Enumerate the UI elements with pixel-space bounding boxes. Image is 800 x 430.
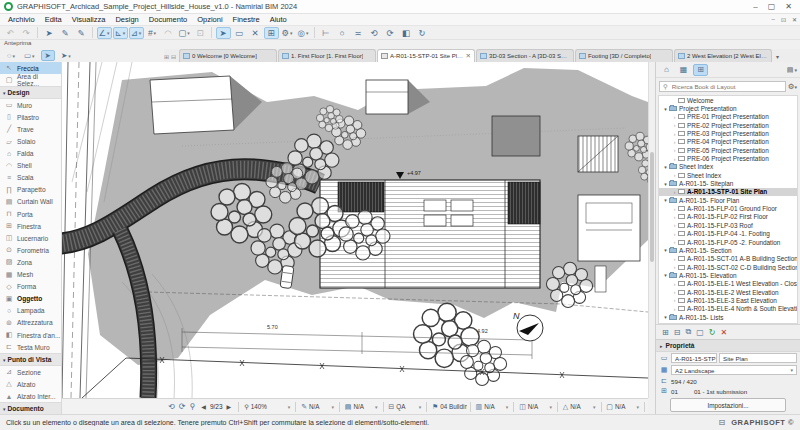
navigator-menu-icon[interactable]: ▤▾: [787, 66, 797, 74]
expander-icon[interactable]: ›: [671, 206, 678, 212]
status-field-after-2[interactable]: ◫N/A▾: [517, 403, 554, 411]
tool-forma[interactable]: ◇Forma: [0, 281, 61, 293]
menu-item-aiuto[interactable]: Aiuto: [265, 15, 292, 24]
expander-icon[interactable]: ›: [671, 239, 678, 245]
doc-restore-icon[interactable]: ⊡: [781, 16, 786, 23]
nav-tree-item[interactable]: ›A-R01-15-ELE-1 West Elevation - Close: [659, 280, 797, 288]
grid-snap-icon[interactable]: #▾: [145, 27, 160, 39]
nav-tree-item[interactable]: ▾A-R01-15- Section: [659, 246, 797, 254]
rect-select-icon[interactable]: ▭▾: [21, 50, 38, 61]
nav-tree-item[interactable]: ›A-R01-15-FLP-05 -2. Foundation: [659, 238, 797, 246]
properties-header[interactable]: ▸ Proprietà: [656, 339, 800, 352]
search-box[interactable]: ⚲: [659, 81, 786, 92]
history-back-icon[interactable]: ⟲: [166, 402, 177, 411]
status-field-after-3[interactable]: △N/A▾: [561, 403, 598, 411]
tab-overflow-icons[interactable]: ⊞⊟: [164, 53, 179, 62]
move-icon[interactable]: ➤: [216, 27, 231, 39]
lasso-select-icon[interactable]: ◌▾: [4, 50, 18, 61]
expander-icon[interactable]: ›: [671, 131, 678, 137]
tool-scala[interactable]: ≡Scala: [0, 172, 61, 184]
tool-pilastro[interactable]: ▯Pilastro: [0, 111, 61, 123]
settings-button[interactable]: Impostazioni...: [670, 398, 786, 412]
tool-muro[interactable]: ▭Muro: [0, 99, 61, 111]
nav-tree-item[interactable]: ›PRE-03 Project Presentation: [659, 129, 797, 137]
menu-item-finestre[interactable]: Finestre: [228, 15, 265, 24]
menu-item-opzioni[interactable]: Opzioni: [192, 15, 227, 24]
drawing-canvas[interactable]: +4.97: [62, 62, 648, 398]
nav-tree-item[interactable]: ▾A-R01-15- Lists: [659, 313, 797, 321]
status-field-3[interactable]: ⊟QA▾: [386, 403, 423, 411]
snap-points-icon[interactable]: ⊿▾: [129, 27, 144, 39]
expander-icon[interactable]: ›: [671, 114, 678, 120]
nav-tree-item[interactable]: ›PRE-06 Project Presentation: [659, 154, 797, 162]
update-icon[interactable]: ↻: [709, 328, 716, 337]
tool-alzato-inter-[interactable]: ▲Alzato Inter...: [0, 390, 61, 402]
paper-size-select[interactable]: A2 Landscape▾: [671, 365, 797, 375]
spline-icon[interactable]: ◠: [161, 27, 176, 39]
magnet-icon[interactable]: ⊢: [319, 27, 334, 39]
prev-layout-icon[interactable]: ◀: [201, 403, 206, 410]
tool-porta[interactable]: ⊓Porta: [0, 208, 61, 220]
tab-4[interactable]: 3D-03 Section - A [3D-03 Section...: [476, 49, 574, 62]
tool-alzato[interactable]: △Alzato: [0, 378, 61, 390]
expander-icon[interactable]: ›: [671, 264, 678, 270]
menu-item-design[interactable]: Design: [110, 15, 143, 24]
next-layout-icon[interactable]: ▶: [227, 403, 232, 410]
status-field-after-1[interactable]: ▥N/A▾: [474, 403, 511, 411]
arrow-mode-icon[interactable]: ➤▾: [58, 50, 74, 61]
expander-icon[interactable]: ›: [671, 256, 678, 262]
tool-finestra[interactable]: ⊞Finestra: [0, 220, 61, 232]
nav-tree-item[interactable]: ▾A-R01-15- Siteplan: [659, 179, 797, 187]
gear-icon[interactable]: ⚙▾: [788, 82, 797, 91]
doc-close-icon[interactable]: ✕: [792, 16, 797, 23]
settings-square-icon[interactable]: ▢: [696, 328, 704, 337]
layout-id-field[interactable]: A-R01-15-STP: [671, 353, 717, 363]
marquee-mode-icon[interactable]: ▢▾: [177, 27, 192, 39]
expander-open-icon[interactable]: ▾: [662, 164, 669, 170]
expander-icon[interactable]: ›: [671, 297, 678, 303]
tab-6[interactable]: 2 West Elevation [2 West Elevat...: [674, 49, 772, 62]
expander-icon[interactable]: ›: [671, 289, 678, 295]
tool-oggetto[interactable]: ▣Oggetto: [0, 293, 61, 305]
expander-open-icon[interactable]: ▾: [662, 181, 669, 187]
tab-overflow-icon[interactable]: ⊞: [164, 53, 169, 60]
inject-parameters-icon[interactable]: ✎: [74, 27, 89, 39]
expander-open-icon[interactable]: ▾: [662, 314, 669, 320]
expander-open-icon[interactable]: ▾: [662, 106, 669, 112]
orbit-icon[interactable]: ○: [335, 27, 350, 39]
tab-3[interactable]: A-R01-15-STP-01 Site Plan✕: [377, 49, 475, 62]
zoom-tool-icon[interactable]: ⚲: [187, 402, 197, 411]
expander-icon[interactable]: ›: [671, 139, 678, 145]
tool-forometria[interactable]: ⊙Forometria: [0, 244, 61, 256]
tool-curtain-wall[interactable]: ▤Curtain Wall: [0, 196, 61, 208]
nav-tree-item[interactable]: ›A-R01-15-SCT-02 C-D Building Section: [659, 263, 797, 271]
expander-icon[interactable]: ›: [671, 222, 678, 228]
nav-tree-item[interactable]: ›A-R01-15-SCT-01 A-B Building Section: [659, 255, 797, 263]
nav-tree-item[interactable]: ▾Project Presentation: [659, 104, 797, 112]
tab-2[interactable]: 1. First Floor [1. First Floor]: [278, 49, 376, 62]
redo-icon[interactable]: ↷: [19, 27, 34, 39]
building-field[interactable]: ⚑04 Building...▾: [430, 403, 467, 411]
tab-1[interactable]: 0 Welcome [0 Welcome]: [179, 49, 277, 62]
select-arrow-icon[interactable]: ➤: [42, 27, 57, 39]
publish-icon[interactable]: ↻: [415, 27, 430, 39]
undo-icon[interactable]: ↶: [3, 27, 18, 39]
nav-tree-item[interactable]: ›PRE-05 Project Presentation: [659, 146, 797, 154]
expander-icon[interactable]: ›: [671, 147, 678, 153]
tool-shell[interactable]: ◠Shell: [0, 160, 61, 172]
status-field-2[interactable]: ▤N/A▾: [343, 403, 380, 411]
nav-tree-item[interactable]: ▾Sheet Index: [659, 163, 797, 171]
fit-in-window-icon[interactable]: ⊞: [264, 27, 279, 39]
new-layout-icon[interactable]: ⊞: [662, 328, 669, 337]
snap-guides-icon[interactable]: ⊾▾: [113, 27, 128, 39]
nav-tree-item[interactable]: ›A-R01-15-FLP-01 Ground Floor: [659, 204, 797, 212]
nav-tree-item[interactable]: ›A-R01-15-ELE-2 West Elevation: [659, 288, 797, 296]
expander-open-icon[interactable]: ▾: [662, 197, 669, 203]
toolbox-group-punto-di-vista[interactable]: ▾Punto di Vista: [0, 353, 61, 366]
tool-falda[interactable]: ⌂Falda: [0, 148, 61, 160]
expander-icon[interactable]: ›: [671, 172, 678, 178]
expander-icon[interactable]: ›: [671, 189, 678, 195]
menu-item-edita[interactable]: Edita: [40, 15, 67, 24]
expander-icon[interactable]: ›: [671, 214, 678, 220]
layout-name-field[interactable]: Site Plan: [719, 353, 797, 363]
